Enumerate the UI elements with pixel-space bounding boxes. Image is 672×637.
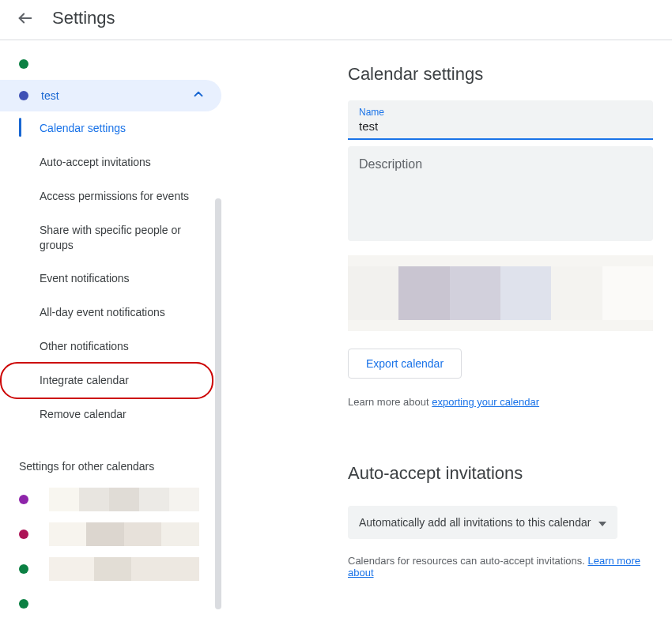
calendar-dot-icon	[19, 91, 28, 100]
back-arrow-icon[interactable]	[16, 9, 35, 28]
exporting-your-calendar-link[interactable]: exporting your calendar	[432, 396, 539, 408]
sidebar-item-label: Integrate calendar	[40, 373, 129, 388]
name-field[interactable]: Name	[348, 100, 653, 140]
header: Settings	[0, 0, 672, 40]
sidebar-item-access-permissions[interactable]: Access permissions for events	[19, 179, 221, 213]
calendar-label: test	[41, 89, 191, 102]
calendar-row-test[interactable]: test	[0, 80, 221, 111]
scrollbar[interactable]	[215, 198, 221, 609]
calendar-dot-icon	[19, 495, 28, 504]
sidebar-item-remove-calendar[interactable]: Remove calendar	[19, 398, 221, 432]
other-calendar-row[interactable]	[0, 552, 221, 586]
name-input[interactable]	[359, 119, 642, 133]
redacted-block	[348, 255, 653, 331]
other-calendars-heading: Settings for other calendars	[0, 432, 221, 482]
sidebar-item-integrate-calendar[interactable]: Integrate calendar	[19, 364, 221, 398]
sidebar-item-share-people[interactable]: Share with specific people or groups	[19, 213, 221, 262]
sidebar-item-auto-accept[interactable]: Auto-accept invitations	[19, 145, 221, 179]
redacted-label	[49, 488, 199, 511]
redacted-label	[49, 522, 199, 546]
sidebar: test Calendar settings Auto-accept invit…	[0, 40, 221, 631]
other-calendar-row[interactable]	[0, 586, 221, 621]
calendar-dot-icon	[19, 59, 28, 69]
chevron-up-icon	[191, 87, 206, 104]
calendar-dot-icon	[19, 564, 28, 574]
dropdown-label: Automatically add all invitations to thi…	[359, 516, 591, 529]
other-calendar-row[interactable]	[0, 482, 221, 517]
auto-accept-dropdown[interactable]: Automatically add all invitations to thi…	[348, 506, 617, 539]
other-calendar-row[interactable]	[0, 517, 221, 552]
sidebar-item-allday-notifications[interactable]: All-day event notifications	[19, 296, 221, 330]
calendar-dot-icon	[19, 530, 28, 539]
sidebar-item-other-notifications[interactable]: Other notifications	[19, 330, 221, 364]
calendar-row-top[interactable]	[0, 48, 221, 80]
info-prefix: Calendars for resources can auto-accept …	[348, 555, 588, 567]
learn-more-export: Learn more about exporting your calendar	[348, 396, 653, 408]
export-calendar-button[interactable]: Export calendar	[348, 349, 462, 379]
description-field-label: Description	[359, 157, 422, 171]
active-indicator	[19, 118, 21, 137]
description-field[interactable]: Description	[348, 146, 653, 241]
caret-down-icon	[598, 516, 606, 529]
sidebar-item-event-notifications[interactable]: Event notifications	[19, 262, 221, 296]
page-title: Settings	[52, 8, 115, 28]
learn-prefix: Learn more about	[348, 396, 432, 408]
calendar-sub-list: Calendar settings Auto-accept invitation…	[0, 111, 221, 432]
main-content: Calendar settings Name Description Expor…	[221, 40, 672, 631]
redacted-label	[49, 557, 199, 581]
name-field-label: Name	[359, 107, 642, 118]
sidebar-item-calendar-settings[interactable]: Calendar settings	[19, 111, 221, 145]
section-title-calendar-settings: Calendar settings	[348, 64, 653, 85]
section-title-auto-accept: Auto-accept invitations	[348, 463, 653, 484]
auto-accept-info: Calendars for resources can auto-accept …	[348, 555, 653, 579]
calendar-dot-icon	[19, 599, 28, 609]
